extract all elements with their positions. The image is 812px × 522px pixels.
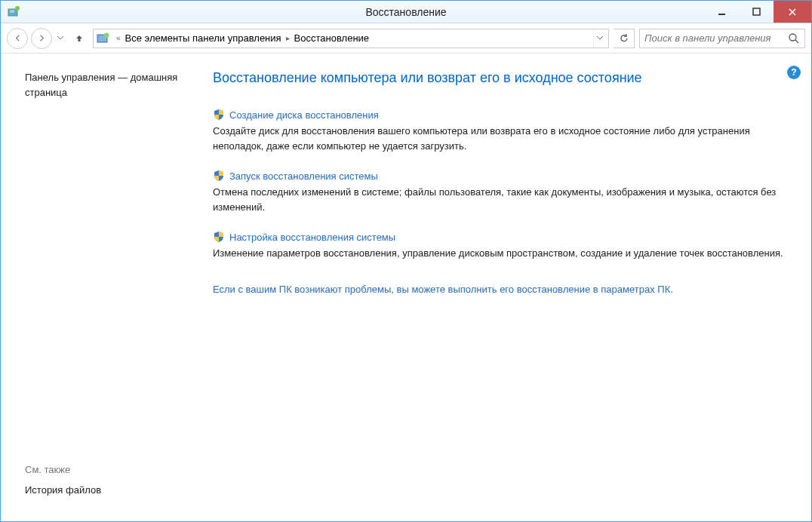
see-also-label: См. также [25, 464, 189, 475]
search-box[interactable] [639, 29, 805, 48]
create-recovery-drive-link[interactable]: Создание диска восстановления [229, 109, 379, 121]
svg-point-8 [789, 34, 796, 41]
shield-icon [213, 109, 225, 121]
breadcrumb[interactable]: « Все элементы панели управления ▸ Восст… [93, 29, 609, 48]
breadcrumb-back-icon[interactable]: « [116, 34, 121, 42]
back-button[interactable] [7, 28, 28, 49]
pc-settings-recovery-link[interactable]: Если с вашим ПК возникают проблемы, вы м… [213, 284, 784, 295]
page-title: Восстановление компьютера или возврат ег… [213, 70, 784, 86]
breadcrumb-segment[interactable]: Все элементы панели управления [122, 32, 285, 44]
option-description: Отмена последних изменений в системе; фа… [213, 185, 784, 214]
refresh-button[interactable] [614, 29, 635, 48]
content-area: Панель управления — домашняя страница См… [1, 54, 811, 521]
search-input[interactable] [644, 32, 788, 44]
main-panel: ? Восстановление компьютера или возврат … [201, 54, 811, 521]
option-create-recovery-drive: Создание диска восстановления Создайте д… [213, 109, 784, 153]
option-system-restore: Запуск восстановления системы Отмена пос… [213, 170, 784, 214]
option-description: Изменение параметров восстановления, упр… [213, 246, 784, 261]
breadcrumb-dropdown[interactable] [593, 29, 605, 48]
chevron-right-icon[interactable]: ▸ [286, 34, 290, 42]
search-icon[interactable] [788, 32, 800, 45]
shield-icon [213, 231, 225, 243]
option-configure-restore: Настройка восстановления системы Изменен… [213, 231, 784, 261]
window-title: Восстановление [365, 6, 446, 18]
app-icon [7, 5, 22, 20]
control-panel-home-link[interactable]: Панель управления — домашняя страница [25, 70, 189, 100]
help-icon[interactable]: ? [787, 66, 801, 79]
sidebar: Панель управления — домашняя страница См… [1, 54, 201, 521]
navigation-bar: « Все элементы панели управления ▸ Восст… [1, 23, 811, 54]
option-description: Создайте диск для восстановления вашего … [213, 124, 784, 153]
close-button[interactable] [774, 1, 811, 23]
titlebar: Восстановление [1, 1, 811, 23]
svg-rect-3 [753, 8, 760, 15]
svg-line-9 [795, 40, 798, 43]
maximize-button[interactable] [739, 1, 774, 23]
file-history-link[interactable]: История файлов [25, 484, 189, 496]
up-button[interactable] [70, 28, 88, 49]
breadcrumb-segment[interactable]: Восстановление [291, 32, 372, 44]
shield-icon [213, 170, 225, 182]
control-panel-icon [97, 32, 110, 45]
recent-dropdown[interactable] [55, 28, 66, 49]
forward-button[interactable] [31, 28, 52, 49]
svg-point-1 [15, 6, 20, 11]
window-controls [704, 1, 811, 23]
configure-system-restore-link[interactable]: Настройка восстановления системы [229, 232, 395, 243]
minimize-button[interactable] [704, 1, 739, 23]
open-system-restore-link[interactable]: Запуск восстановления системы [229, 170, 378, 182]
svg-point-7 [104, 32, 109, 38]
